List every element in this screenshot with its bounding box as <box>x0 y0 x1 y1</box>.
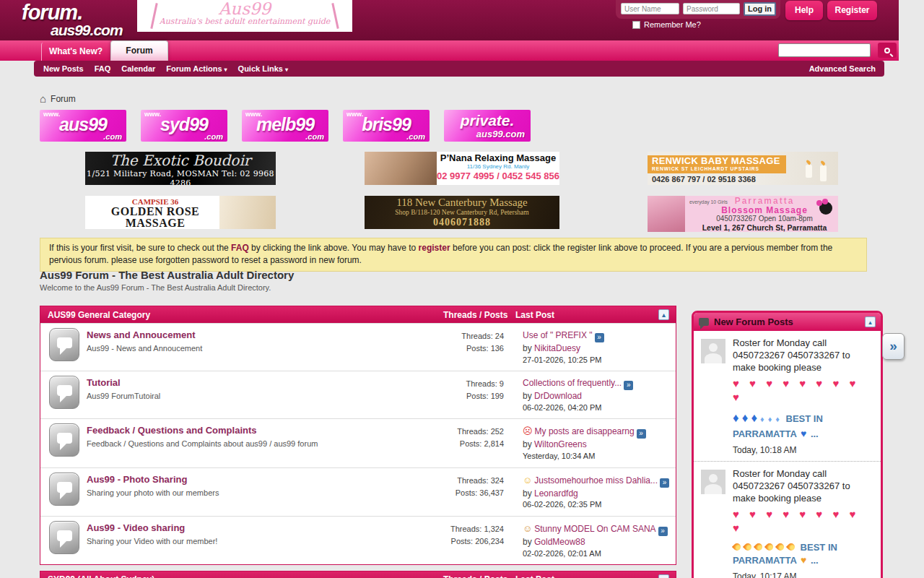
ad-pnana-massage[interactable]: P’Nana Relaxing Massage 11/36 Sydney Rd.… <box>365 152 559 185</box>
last-post-author[interactable]: NikitaDuesy <box>534 343 580 353</box>
ad-phone: 0406071888 <box>365 217 559 228</box>
tab-forum[interactable]: Forum <box>110 40 168 61</box>
breadcrumb-forum-link[interactable]: Forum <box>51 94 76 104</box>
new-forum-posts-panel: New Forum Posts ▴ Roster for Monday call… <box>692 311 883 578</box>
flame-icon <box>732 542 742 552</box>
nav-calendar[interactable]: Calendar <box>121 61 155 78</box>
last-post-link[interactable]: My posts are disappearng <box>535 426 635 436</box>
last-post-line1: ☺Justsomehourhoe miss Dahlia...» <box>523 474 671 488</box>
top-header: forum. aus99.com Aus99 Australia's best … <box>0 0 899 40</box>
register-link[interactable]: register <box>419 243 450 253</box>
flame-icon <box>743 542 753 552</box>
forum-description: Sharing your photo with our members <box>87 488 414 497</box>
ad-renwick-massage[interactable]: RENWICK BABY MASSAGE RENWICK ST LEICHHAR… <box>648 152 838 185</box>
by-label: by <box>523 537 534 547</box>
banner-com: aus99.com <box>476 129 525 139</box>
goto-last-post-icon[interactable]: » <box>637 429 646 439</box>
flame-icon <box>764 542 775 552</box>
candle-icon <box>820 165 827 181</box>
ad-golden-rose-massage[interactable]: CAMPSIE 36 GOLDEN ROSE MASSAGE 36 NORTH … <box>85 196 276 229</box>
search-button[interactable] <box>878 43 897 58</box>
ad-title2: Blossom Massage <box>691 206 838 215</box>
help-button[interactable]: Help <box>785 1 823 20</box>
collapse-button[interactable]: ▴ <box>658 309 669 320</box>
forum-row: News and AnnoucementAus99 - News and Ann… <box>40 323 676 371</box>
last-post-link[interactable]: Use of " PREFIX " <box>523 330 593 340</box>
username-input[interactable] <box>621 3 679 14</box>
posts-count: Posts: 136 <box>414 342 504 355</box>
sidebar-post-item: Roster for Monday call 0450723267 045073… <box>694 331 881 461</box>
ad-parramatta-blossom-massage[interactable]: everyday 10 Girls Parramatta Blossom Mas… <box>648 196 838 232</box>
sidebar-post-item: Roster for Monday call 0450723267 045073… <box>694 461 881 578</box>
site-logo[interactable]: forum. aus99.com <box>22 1 123 39</box>
post-snippet-link[interactable]: Roster for Monday call 0450723267 045073… <box>733 337 850 373</box>
last-post-author[interactable]: DrDownload <box>534 391 582 401</box>
remember-me: Remember Me? <box>632 20 701 29</box>
forum-description: Aus99 ForumTutoiral <box>87 392 414 400</box>
search-input[interactable] <box>778 43 871 57</box>
site-banner-row: www. aus99 .com www. syd99 .com www. mel… <box>40 110 531 142</box>
ad-118-canterbury-massage[interactable]: 118 New Canterbury Massage Shop B/118-12… <box>365 196 559 229</box>
forum-title-link[interactable]: Aus99 - Video sharing <box>87 521 185 533</box>
password-input[interactable] <box>683 3 740 14</box>
goto-last-post-icon[interactable]: » <box>658 527 668 536</box>
speech-bubble-icon <box>699 318 709 326</box>
goto-last-post-icon[interactable]: » <box>660 478 669 488</box>
forum-title-link[interactable]: News and Annoucement <box>87 328 195 340</box>
banner-name: private. <box>444 112 531 129</box>
banner-private-aus99[interactable]: private. aus99.com <box>444 110 531 142</box>
collapse-button[interactable]: ▴ <box>865 316 876 327</box>
last-post-author[interactable]: Leonardfdg <box>534 488 578 499</box>
register-button[interactable]: Register <box>827 1 877 20</box>
forum-info: Aus99 - Photo SharingSharing your photo … <box>87 473 414 511</box>
diamond-icon: ♦ <box>733 411 739 425</box>
last-post-link[interactable]: Stunny MODEL On CAM SANA <box>534 524 655 534</box>
forum-title-link[interactable]: Feedback / Questions and Complaints <box>87 423 257 436</box>
banner-bris99[interactable]: www. bris99 .com <box>343 110 430 142</box>
flame-icon <box>754 542 764 552</box>
nav-quick-links[interactable]: Quick Links▾ <box>238 61 288 78</box>
tab-whats-new[interactable]: What's New? <box>41 43 110 61</box>
last-post-author[interactable]: GoldMeow88 <box>534 537 585 547</box>
forum-icon <box>49 328 79 361</box>
ad-note: everyday 10 Girls <box>689 199 728 206</box>
last-post-date: 06-02-2026, 02:35 PM <box>523 499 671 510</box>
forum-row: Aus99 - Photo SharingSharing your photo … <box>40 467 676 516</box>
nav-faq[interactable]: FAQ <box>95 61 111 78</box>
angry-icon: ☹ <box>523 425 533 438</box>
forum-title-link[interactable]: Aus99 - Photo Sharing <box>87 473 187 485</box>
flame-icon <box>786 542 796 552</box>
forum-title-link[interactable]: Tutorial <box>87 376 121 388</box>
sidebar-expand-button[interactable]: » <box>882 333 905 360</box>
threads-count: Threads: 1,324 <box>414 523 504 535</box>
column-last-post: Last Post <box>515 574 658 578</box>
last-post-link[interactable]: Justsomehourhoe miss Dahlia... <box>534 475 658 486</box>
banner-melb99[interactable]: www. melb99 .com <box>242 110 328 142</box>
post-snippet-link[interactable]: Roster for Monday call 0450723267 045073… <box>733 468 850 504</box>
category-title: AUS99 General Category <box>48 310 443 320</box>
threads-count: Threads: 252 <box>414 426 504 438</box>
ad-address: Shop B/118-120 New Canterbury Rd, Peters… <box>365 209 559 217</box>
last-post-link[interactable]: Collections of frequently... <box>523 378 622 388</box>
forum-icon <box>49 521 79 554</box>
ad-exotic-boudoir[interactable]: The Exotic Boudoir 1/521 Military Road, … <box>85 152 276 185</box>
nav-forum-actions[interactable]: Forum Actions▾ <box>166 61 227 78</box>
chevron-down-icon: ▾ <box>285 66 288 73</box>
advanced-search-link[interactable]: Advanced Search <box>809 61 876 77</box>
banner-syd99[interactable]: www. syd99 .com <box>141 110 227 142</box>
home-icon[interactable]: ⌂ <box>40 95 46 103</box>
collapse-button[interactable]: ▴ <box>658 574 669 578</box>
last-post-author[interactable]: WiltonGreens <box>534 439 587 449</box>
goto-last-post-icon[interactable]: » <box>624 381 633 390</box>
ad-title: The Exotic Boudoir <box>85 152 276 169</box>
goto-last-post-icon[interactable]: » <box>595 333 604 342</box>
banner-aus99[interactable]: www. aus99 .com <box>40 110 126 142</box>
login-button[interactable]: Log in <box>744 2 776 16</box>
page-title: Aus99 Forum - The Best Australia Adult D… <box>40 269 294 281</box>
header-ad-banner[interactable]: Aus99 Australia's best adult entertainme… <box>137 0 352 32</box>
forum-category: AUS99 General CategoryThreads / PostsLas… <box>40 306 676 565</box>
heart-icon: ♥ <box>801 428 806 439</box>
remember-checkbox[interactable] <box>632 21 640 29</box>
faq-link[interactable]: FAQ <box>231 243 249 253</box>
nav-new-posts[interactable]: New Posts <box>43 61 84 78</box>
